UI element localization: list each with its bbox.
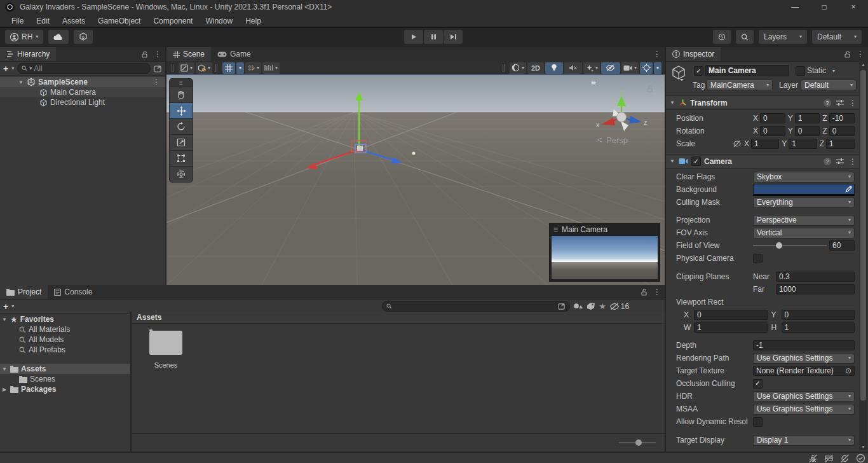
rotation-z-field[interactable]: 0 bbox=[829, 126, 855, 136]
pause-button[interactable] bbox=[424, 30, 443, 44]
scene-viewport[interactable]: ≡ bbox=[166, 75, 665, 285]
play-button[interactable] bbox=[404, 30, 423, 44]
occlusion-culling-checkbox[interactable]: ✓ bbox=[753, 379, 763, 389]
lock-icon[interactable] bbox=[142, 51, 148, 58]
help-icon[interactable]: ? bbox=[824, 158, 831, 165]
clear-flags-dropdown[interactable]: Skybox▾ bbox=[753, 172, 855, 183]
presets-icon[interactable] bbox=[836, 158, 844, 165]
viewport-x-field[interactable]: 0 bbox=[694, 310, 768, 320]
hierarchy-search-input[interactable]: ▾ All bbox=[17, 63, 151, 74]
viewport-h-field[interactable]: 1 bbox=[782, 322, 855, 333]
transform-header[interactable]: ▼ Transform ? ⋮ bbox=[666, 95, 860, 110]
menu-gameobject[interactable]: GameObject bbox=[92, 17, 147, 25]
snap-size-button[interactable]: ▾ bbox=[262, 62, 280, 74]
far-field[interactable]: 1000 bbox=[776, 284, 855, 294]
component-menu-icon[interactable]: ⋮ bbox=[849, 157, 857, 166]
culling-mask-dropdown[interactable]: Everything▾ bbox=[753, 197, 855, 208]
layers-dropdown[interactable]: Layers ▾ bbox=[759, 30, 807, 44]
fov-slider-knob[interactable] bbox=[776, 242, 782, 249]
lighting-toggle[interactable] bbox=[545, 62, 563, 74]
thumbnail-zoom-slider[interactable] bbox=[619, 442, 656, 443]
foldout-icon[interactable]: ▼ bbox=[669, 100, 675, 106]
foldout-icon[interactable]: ▼ bbox=[1, 317, 8, 322]
scale-z-field[interactable]: 1 bbox=[826, 139, 855, 149]
object-picker-icon[interactable]: ⊙ bbox=[845, 366, 851, 376]
menu-file[interactable]: File bbox=[5, 17, 30, 25]
foldout-icon[interactable]: ▼ bbox=[1, 366, 8, 372]
minimize-button[interactable]: — bbox=[780, 0, 810, 14]
console-tab[interactable]: Console bbox=[48, 285, 98, 299]
view-tool-button[interactable] bbox=[170, 86, 193, 102]
tool-settings-button[interactable]: ▾ bbox=[179, 62, 194, 74]
undo-history-button[interactable] bbox=[713, 30, 731, 44]
favorite-all-models[interactable]: All Models bbox=[0, 335, 130, 345]
near-field[interactable]: 0.3 bbox=[776, 272, 855, 282]
rotation-x-field[interactable]: 0 bbox=[760, 126, 785, 136]
lock-icon[interactable] bbox=[641, 289, 648, 296]
viewport-w-field[interactable]: 1 bbox=[694, 322, 768, 333]
background-color-swatch[interactable] bbox=[753, 184, 855, 196]
auto-refresh-paused-icon[interactable] bbox=[840, 454, 850, 463]
menu-window[interactable]: Window bbox=[199, 17, 239, 25]
search-button[interactable] bbox=[736, 30, 754, 44]
hidden-objects-toggle[interactable] bbox=[601, 62, 620, 74]
create-asset-caret-icon[interactable]: ▾ bbox=[11, 304, 14, 309]
menu-edit[interactable]: Edit bbox=[30, 17, 56, 25]
camera-overlay-dropdown[interactable]: ▾ bbox=[621, 62, 639, 74]
project-tab[interactable]: Project bbox=[0, 285, 48, 299]
layout-dropdown[interactable]: Default ▾ bbox=[812, 30, 862, 44]
gameobject-icon[interactable] bbox=[671, 65, 688, 83]
menu-help[interactable]: Help bbox=[239, 17, 268, 25]
cache-server-disconnected-icon[interactable] bbox=[824, 454, 834, 463]
project-menu-icon[interactable]: ⋮ bbox=[653, 287, 661, 296]
active-checkbox[interactable]: ✓ bbox=[694, 66, 703, 76]
inspector-scrollbar[interactable]: ▲ ▼ bbox=[859, 61, 867, 450]
scene-menu-icon[interactable]: ⋮ bbox=[153, 78, 160, 86]
overlay-drag-handle[interactable] bbox=[215, 64, 219, 72]
help-icon[interactable]: ? bbox=[824, 99, 831, 107]
foldout-icon[interactable]: ▼ bbox=[18, 79, 24, 85]
create-object-button[interactable]: + bbox=[3, 64, 8, 74]
position-y-field[interactable]: 1 bbox=[795, 113, 820, 123]
search-by-label-icon[interactable] bbox=[587, 302, 595, 310]
search-by-type-icon[interactable] bbox=[573, 302, 583, 310]
asset-tile-scenes[interactable]: Scenes bbox=[142, 331, 190, 369]
scale-y-field[interactable]: 1 bbox=[789, 139, 817, 149]
menu-component[interactable]: Component bbox=[147, 17, 199, 25]
overlay-drag-handle[interactable]: ≡ bbox=[170, 79, 193, 86]
static-caret-icon[interactable]: ▾ bbox=[832, 69, 835, 74]
grid-snapping-caret-button[interactable]: ▾ bbox=[236, 62, 244, 74]
game-tab[interactable]: Game bbox=[211, 47, 257, 61]
create-object-caret-icon[interactable]: ▾ bbox=[11, 66, 14, 71]
eyedropper-icon[interactable] bbox=[845, 185, 853, 193]
msaa-dropdown[interactable]: Use Graphics Settings▾ bbox=[753, 404, 855, 415]
rect-tool-button[interactable] bbox=[170, 150, 193, 166]
cloud-button[interactable] bbox=[48, 30, 69, 44]
assets-breadcrumb[interactable]: Assets bbox=[132, 312, 665, 324]
scene-row-samplescene[interactable]: ▼ SampleScene ⋮ bbox=[0, 77, 165, 87]
static-checkbox[interactable] bbox=[796, 66, 805, 76]
target-display-dropdown[interactable]: Display 1▾ bbox=[753, 435, 855, 446]
create-asset-button[interactable]: + bbox=[3, 301, 8, 312]
overlay-collapsed-handle[interactable]: ≡ bbox=[591, 78, 596, 87]
hierarchy-row-main-camera[interactable]: Main Camera bbox=[0, 87, 165, 97]
target-texture-field[interactable]: None (Render Texture) ⊙ bbox=[753, 366, 855, 376]
plastic-scm-button[interactable]: p bbox=[74, 30, 93, 44]
scroll-up-icon[interactable]: ▲ bbox=[859, 62, 867, 67]
overlay-drag-handle[interactable] bbox=[172, 64, 175, 72]
scenes-row[interactable]: Scenes bbox=[0, 374, 130, 384]
physical-camera-checkbox[interactable] bbox=[753, 254, 763, 263]
open-search-window-icon[interactable] bbox=[558, 303, 566, 310]
hierarchy-row-directional-light[interactable]: Directional Light bbox=[0, 97, 165, 107]
presets-icon[interactable] bbox=[836, 99, 844, 106]
tag-dropdown[interactable]: MainCamera ▾ bbox=[707, 79, 773, 90]
move-tool-button[interactable] bbox=[170, 102, 193, 118]
pivot-mode-button[interactable]: ▾ bbox=[196, 62, 212, 74]
position-x-field[interactable]: 0 bbox=[760, 113, 785, 123]
component-menu-icon[interactable]: ⋮ bbox=[849, 99, 857, 107]
gameobject-name-field[interactable]: Main Camera bbox=[705, 65, 789, 76]
scrollbar-thumb[interactable] bbox=[860, 70, 866, 401]
draw-mode-dropdown[interactable]: ▾ bbox=[510, 62, 526, 74]
packages-row[interactable]: ▶ Packages bbox=[0, 384, 130, 394]
favorites-row[interactable]: ▼ ★ Favorites bbox=[0, 314, 130, 324]
